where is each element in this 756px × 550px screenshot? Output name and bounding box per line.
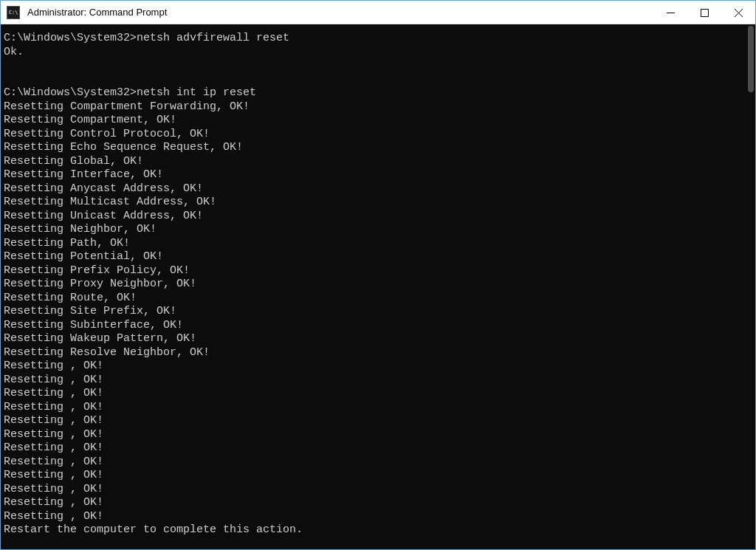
terminal-line: Resetting , OK! [4,496,752,510]
terminal-line: Resetting , OK! [4,469,752,483]
terminal-line: Resetting , OK! [4,401,752,415]
terminal-line: Resetting , OK! [4,428,752,442]
terminal-line: Resetting , OK! [4,483,752,497]
minimize-button[interactable] [653,1,687,24]
terminal-line: Resetting Compartment, OK! [4,114,752,128]
terminal-line: Resetting , OK! [4,441,752,456]
window-controls [653,1,755,24]
terminal-line: Resetting , OK! [4,374,752,388]
scrollbar-thumb[interactable] [748,26,754,92]
terminal-line: Resetting Neighbor, OK! [4,223,752,237]
terminal-line: Resetting , OK! [4,360,752,374]
terminal-line: Resetting , OK! [4,510,752,524]
terminal-line: Ok. [4,46,752,60]
terminal-line: Resetting Route, OK! [4,292,752,306]
terminal-line: Resetting Compartment Forwarding, OK! [4,100,752,114]
terminal-line: Resetting Wakeup Pattern, OK! [4,332,752,346]
terminal-line: Resetting , OK! [4,456,752,470]
terminal-line: Resetting Potential, OK! [4,250,752,264]
scrollbar-track[interactable] [748,26,754,548]
terminal-line: C:\Windows\System32>netsh int ip reset [4,86,752,100]
maximize-button[interactable] [687,1,721,24]
svg-text:C:\: C:\ [9,9,18,15]
terminal-line: Resetting Anycast Address, OK! [4,182,752,196]
terminal-line: Resetting Site Prefix, OK! [4,305,752,319]
window-title: Administrator: Command Prompt [27,7,653,18]
terminal-line: Resetting Echo Sequence Request, OK! [4,141,752,155]
terminal-line: Resetting Subinterface, OK! [4,319,752,333]
svg-rect-3 [701,9,708,16]
terminal-line: Resetting Interface, OK! [4,168,752,182]
cmd-icon: C:\ [7,6,20,19]
terminal-line: Resetting , OK! [4,414,752,428]
terminal-line: Resetting Path, OK! [4,237,752,251]
terminal-line: Resetting , OK! [4,387,752,401]
titlebar[interactable]: C:\ Administrator: Command Prompt [1,1,755,24]
terminal-line [4,59,752,73]
terminal-line: Resetting Control Protocol, OK! [4,128,752,142]
command-prompt-window: C:\ Administrator: Command Prompt C:\Win… [0,0,756,550]
close-button[interactable] [721,1,755,24]
terminal-line: Resetting Global, OK! [4,155,752,169]
terminal-output[interactable]: C:\Windows\System32>netsh advfirewall re… [1,24,755,549]
terminal-wrapper: C:\Windows\System32>netsh advfirewall re… [1,24,755,549]
terminal-line: Resetting Unicast Address, OK! [4,210,752,224]
terminal-line: Resetting Proxy Neighbor, OK! [4,278,752,292]
terminal-line [4,73,752,87]
terminal-line: Resetting Multicast Address, OK! [4,196,752,210]
terminal-line: Restart the computer to complete this ac… [4,523,752,537]
terminal-line: Resetting Resolve Neighbor, OK! [4,346,752,360]
terminal-line: C:\Windows\System32>netsh advfirewall re… [4,32,752,46]
terminal-line: Resetting Prefix Policy, OK! [4,264,752,278]
